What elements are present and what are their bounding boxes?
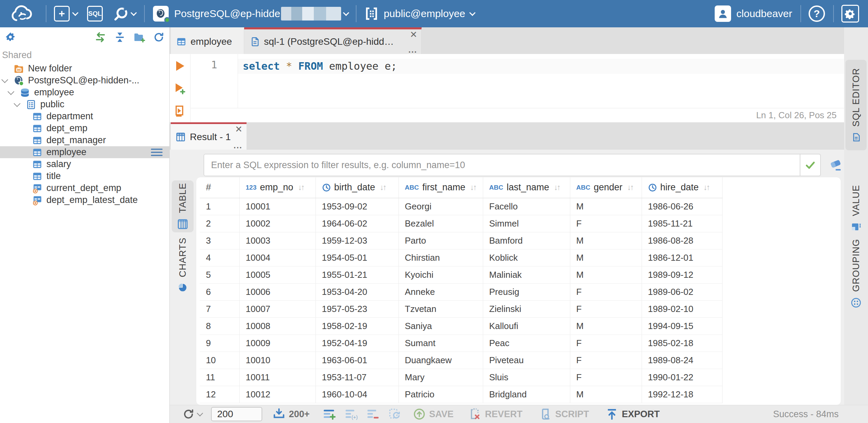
grid-cell[interactable]: 10005 [239, 266, 316, 283]
tab-grouping-panel[interactable]: GROUPING [845, 238, 867, 309]
grid-cell[interactable]: 1954-05-01 [316, 249, 398, 266]
grid-cell[interactable]: 1952-04-19 [316, 335, 398, 352]
grid-cell[interactable]: 10012 [239, 386, 316, 403]
tab-more-icon[interactable]: ... [408, 46, 417, 54]
grid-cell[interactable]: Bridgland [483, 386, 570, 403]
tab-sql-editor-panel[interactable]: SQL EDITOR [845, 60, 867, 150]
grid-cell[interactable]: Patricio [398, 386, 483, 403]
save-button[interactable]: SAVE [413, 408, 454, 421]
grid-cell[interactable]: Anneke [398, 283, 483, 300]
row-number-cell[interactable]: 9 [200, 335, 239, 352]
fetch-size-input[interactable] [211, 407, 262, 421]
sort-icon[interactable]: ↓↑ [380, 183, 386, 192]
grid-cell[interactable]: 1989-08-24 [642, 352, 722, 369]
row-number-cell[interactable]: 10 [200, 352, 239, 369]
grid-cell[interactable]: Chirstian [398, 249, 483, 266]
sort-icon[interactable]: ↓↑ [703, 183, 709, 192]
grid-cell[interactable]: 1992-12-18 [642, 386, 722, 403]
grid-cell[interactable]: 10003 [239, 232, 316, 249]
chevron-down-icon[interactable] [72, 10, 78, 16]
grid-cell[interactable]: Sluis [483, 369, 570, 386]
tree-item-dept_emp_latest_date[interactable]: dept_emp_latest_date [0, 194, 169, 206]
grid-cell[interactable]: M [570, 266, 642, 283]
add-row-button[interactable] [323, 408, 336, 421]
filter-input[interactable] [204, 154, 821, 176]
grid-cell[interactable]: 10008 [239, 317, 316, 335]
script-button[interactable]: SCRIPT [539, 408, 589, 421]
grid-cell[interactable]: Duangkaew [398, 352, 483, 369]
user-menu[interactable]: cloudbeaver [715, 5, 792, 22]
grid-cell[interactable]: F [570, 283, 642, 300]
help-button[interactable]: ? [809, 5, 825, 22]
grid-cell[interactable]: Sumant [398, 335, 483, 352]
refresh-selected-button[interactable] [388, 408, 401, 421]
clear-filter-button[interactable] [828, 157, 843, 172]
tree-item-dept_manager[interactable]: dept_manager [0, 134, 169, 146]
grid-cell[interactable]: 10007 [239, 300, 316, 317]
grid-cell[interactable]: Kyoichi [398, 266, 483, 283]
grid-cell[interactable]: Georgi [398, 198, 483, 215]
grid-cell[interactable]: Parto [398, 232, 483, 249]
grid-cell[interactable]: 1953-09-02 [316, 198, 398, 215]
grid-cell[interactable]: 1957-05-23 [316, 300, 398, 317]
grid-cell[interactable]: 10002 [239, 215, 316, 232]
grid-cell[interactable]: 1985-02-18 [642, 335, 722, 352]
grid-cell[interactable]: 1985-11-21 [642, 215, 722, 232]
connection-selector[interactable]: PostgreSQL@ep-hidde [153, 6, 348, 22]
chevron-down-icon[interactable] [197, 410, 203, 416]
grid-cell[interactable]: 1989-06-02 [642, 283, 722, 300]
grid-cell[interactable]: 1953-04-20 [316, 283, 398, 300]
grid-cell[interactable]: 1986-06-26 [642, 198, 722, 215]
tab-more-icon[interactable]: ... [234, 141, 242, 150]
grid-cell[interactable]: 10011 [239, 369, 316, 386]
grid-cell[interactable]: F [570, 215, 642, 232]
grid-cell[interactable]: F [570, 352, 642, 369]
grid-cell[interactable]: Koblick [483, 249, 570, 266]
close-icon[interactable]: ✕ [235, 125, 242, 134]
sort-icon[interactable]: ↓↑ [554, 183, 560, 192]
grid-cell[interactable]: 1960-10-04 [316, 386, 398, 403]
tab-table-view[interactable]: TABLE [172, 180, 194, 232]
grid-cell[interactable]: 1990-01-22 [642, 369, 722, 386]
column-header-emp_no[interactable]: 123emp_no↓↑ [239, 177, 316, 198]
sort-icon[interactable]: ↓↑ [470, 183, 476, 192]
row-number-cell[interactable]: 8 [200, 317, 239, 335]
tab-sql-1[interactable]: sql-1 (PostgreSQL@ep-hidde... ✕ ... [244, 27, 422, 54]
grid-cell[interactable]: 10004 [239, 249, 316, 266]
column-header-birth_date[interactable]: birth_date↓↑ [316, 177, 398, 198]
new-connection-button[interactable] [54, 6, 70, 22]
column-header-first_name[interactable]: ABCfirst_name↓↑ [398, 177, 483, 198]
grid-cell[interactable]: 1953-11-07 [316, 369, 398, 386]
tree-item-postgresql-ep-hidden-[interactable]: PostgreSQL@ep-hidden-... [0, 74, 169, 86]
tree-item-dept_emp[interactable]: dept_emp [0, 122, 169, 134]
driver-manager-button[interactable] [113, 5, 129, 22]
refresh-results-button[interactable] [182, 408, 195, 421]
fetch-more-button[interactable]: 200+ [272, 408, 310, 421]
grid-cell[interactable]: 10009 [239, 335, 316, 352]
chevron-down-icon[interactable] [14, 100, 20, 107]
execute-new-tab-button[interactable] [173, 82, 186, 95]
grid-cell[interactable]: Mary [398, 369, 483, 386]
tree-item-public[interactable]: public [0, 98, 169, 110]
apply-filter-button[interactable] [800, 154, 821, 176]
grid-cell[interactable]: M [570, 249, 642, 266]
tree-item-current_dept_emp[interactable]: current_dept_emp [0, 182, 169, 194]
grid-cell[interactable]: 1986-08-28 [642, 232, 722, 249]
column-header-hire_date[interactable]: hire_date↓↑ [642, 177, 722, 198]
tree-item-employee[interactable]: employee [0, 146, 169, 158]
row-number-cell[interactable]: 5 [200, 266, 239, 283]
tree-item-department[interactable]: department [0, 110, 169, 122]
code-line[interactable]: select * FROM employee e; [238, 59, 844, 74]
sql-editor-button[interactable]: SQL [87, 6, 103, 22]
grid-cell[interactable]: M [570, 232, 642, 249]
column-header-last_name[interactable]: ABClast_name↓↑ [483, 177, 570, 198]
revert-button[interactable]: REVERT [468, 408, 522, 421]
delete-row-button[interactable] [366, 408, 379, 421]
tab-value-panel[interactable]: VALUE [845, 179, 867, 237]
new-folder-button[interactable] [134, 31, 145, 43]
grid-cell[interactable]: 1955-01-21 [316, 266, 398, 283]
grid-cell[interactable]: Preusig [483, 283, 570, 300]
chevron-down-icon[interactable] [8, 88, 14, 95]
column-header-gender[interactable]: ABCgender↓↑ [570, 177, 642, 198]
grid-cell[interactable]: Saniya [398, 317, 483, 335]
